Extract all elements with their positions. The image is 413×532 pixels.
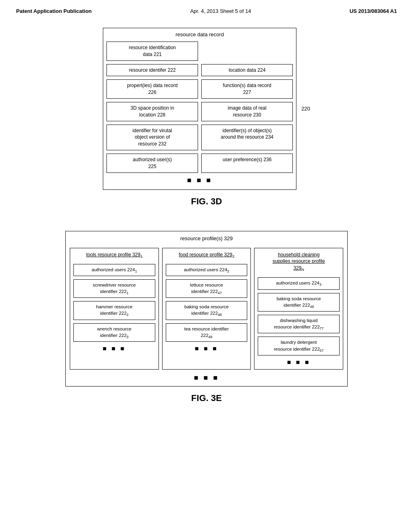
col-title-food: food resource profile 3292 [166, 251, 248, 259]
fig3e-label: FIG. 3E [191, 393, 222, 403]
tea-rid: tea resource identifier22249 [166, 323, 248, 342]
header-left: Patent Application Publication [16, 8, 92, 14]
wrench-rid: wrench resourceidentifier 2223 [73, 323, 155, 342]
fig3e-outer-title: resource profile(s) 329 [70, 235, 343, 241]
rdr-cell-pos3d: 3D space position inlocation 228 [106, 102, 198, 121]
rdr-cell-func: function(s) data record227 [201, 79, 293, 99]
lettuce-rid: lettuce resourceidentifier 22247 [166, 279, 248, 298]
fig3e-col-food: food resource profile 3292 authorized us… [162, 248, 251, 370]
col-title-household: household cleaningsupplies resource prof… [258, 251, 340, 273]
resource-data-record-box: resource data record resource identifica… [103, 28, 296, 190]
fig3e-outer-dots: ■ ■ ■ [70, 374, 343, 382]
fig3e-col-tools: tools resource profile 3291 authorized u… [70, 248, 159, 370]
header-right: US 2013/083064 A1 [350, 8, 397, 14]
rdr-title: resource data record [106, 31, 293, 37]
fig3d-label: FIG. 3D [191, 196, 222, 207]
rdr-cell-prop: propert(ies) data record226 [106, 79, 198, 99]
baking-soda-rid-household: baking soda resourceidentifier 22248 [258, 293, 340, 312]
rdr-cell-auth: authorized user(s)225 [106, 154, 198, 173]
header-center: Apr. 4, 2013 Sheet 5 of 14 [190, 8, 251, 14]
fig3e-container: resource profile(s) 329 tools resource p… [16, 231, 397, 416]
rdr-cell-loc: location data 224 [201, 64, 293, 77]
rdr-cell-pref: user preference(s) 236 [201, 154, 293, 173]
col3-dots: ■ ■ ■ [258, 359, 340, 366]
hammer-rid: hammer resourceidentifier 2222 [73, 301, 155, 320]
rdr-cell-imgdata: image data of realresource 230 [201, 102, 293, 121]
rdr-wrapper: resource data record resource identifica… [103, 28, 310, 190]
rdr-cell-virt: identifier for virutalobject version ofr… [106, 125, 198, 150]
diagram-label-220: 220 [301, 106, 310, 112]
dishwashing-rid: dishwashing liquidresource identifier 22… [258, 315, 340, 333]
fig3d-container: resource data record resource identifica… [16, 28, 397, 219]
rdr-grid: resource identificationdata 221 resource… [106, 42, 293, 173]
fig3e-col-household: household cleaningsupplies resource prof… [254, 248, 343, 370]
col1-dots: ■ ■ ■ [73, 345, 155, 352]
fig3e-columns: tools resource profile 3291 authorized u… [70, 248, 343, 370]
screwdriver-rid: screwdriver resourceidentifier 2221 [73, 279, 155, 298]
rdr-dots: ■ ■ ■ [106, 176, 293, 185]
auth-users-2241: authorized users 2241 [73, 264, 155, 276]
page-header: Patent Application Publication Apr. 4, 2… [16, 8, 397, 16]
col2-dots: ■ ■ ■ [166, 345, 248, 352]
rdr-cell-objs: identifier(s) of object(s)around the res… [201, 125, 293, 150]
rdr-cell-rid: resource identificationdata 221 [106, 42, 198, 61]
auth-users-2243: authorized users 2243 [258, 277, 340, 289]
rdr-cell-rie: resource identifer 222 [106, 64, 198, 77]
col-title-tools: tools resource profile 3291 [73, 251, 155, 259]
auth-users-2242: authorized users 2242 [166, 264, 248, 276]
fig3e-outer-box: resource profile(s) 329 tools resource p… [65, 231, 348, 387]
laundry-rid: laundry detergentresource identifier 222… [258, 337, 340, 355]
baking-soda-rid-food: baking soda resourceidentifier 22248 [166, 301, 248, 320]
